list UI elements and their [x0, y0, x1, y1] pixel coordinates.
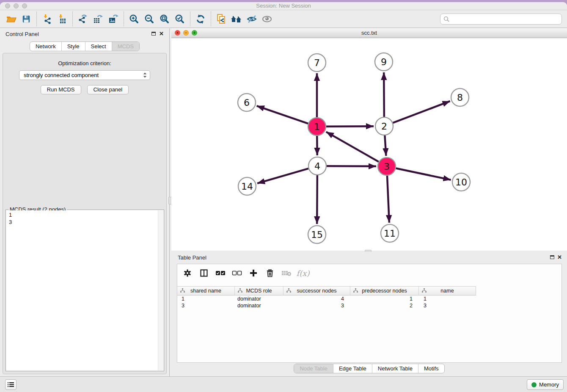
criterion-select[interactable]: strongly connected component — [19, 70, 150, 80]
tab-style[interactable]: Style — [61, 42, 85, 51]
delete-column-icon[interactable] — [265, 268, 275, 278]
table-tab-edge-table[interactable]: Edge Table — [333, 364, 372, 373]
mcds-result-text[interactable]: 13 — [6, 210, 163, 370]
tab-network[interactable]: Network — [30, 42, 61, 51]
graph-node-15[interactable]: 15 — [308, 226, 326, 243]
graph-edge-4-14[interactable] — [257, 168, 308, 183]
control-panel-tabs: NetworkStyleSelectMCDS — [0, 41, 169, 51]
show-column-panel-icon[interactable] — [199, 268, 209, 278]
graph-node-7[interactable]: 7 — [308, 54, 326, 72]
graph-edge-3-1[interactable] — [326, 132, 379, 162]
network-canvas[interactable]: 7968124314101511 — [171, 38, 567, 251]
graph-edge-4-15[interactable] — [317, 175, 317, 224]
mcds-result-scrollbar[interactable] — [158, 210, 163, 370]
graph-edge-3-11[interactable] — [387, 176, 389, 223]
table-row[interactable]: 1dominator411 — [177, 295, 561, 302]
table-cell[interactable]: dominator — [234, 295, 283, 302]
table-cell[interactable]: 1 — [177, 295, 234, 302]
mcds-panel: Optimization criterion: strongly connect… — [3, 53, 167, 374]
graph-edge-3-10[interactable] — [396, 168, 451, 180]
zoom-fit-icon[interactable] — [157, 12, 172, 26]
import-network-icon[interactable] — [39, 12, 55, 26]
show-graphics-details-icon[interactable] — [259, 12, 275, 26]
svg-text:1: 1 — [314, 121, 320, 132]
graph-edge-2-8[interactable] — [393, 101, 450, 123]
show-all-networks-icon[interactable] — [229, 12, 244, 26]
graph-edge-2-9[interactable] — [384, 72, 384, 117]
graph-node-8[interactable]: 8 — [451, 88, 469, 106]
float-panel-icon[interactable] — [151, 32, 156, 36]
network-graph: 7968124314101511 — [171, 38, 567, 251]
svg-text:7: 7 — [314, 58, 320, 68]
export-table-icon[interactable] — [91, 12, 106, 26]
table-panel: Table Panel ✕ — [171, 252, 567, 377]
graph-edge-4-3[interactable] — [327, 166, 376, 166]
table-cell[interactable]: 3 — [177, 302, 234, 309]
table-cell[interactable]: dominator — [234, 302, 283, 309]
graph-node-4[interactable]: 4 — [308, 157, 326, 175]
tab-mcds[interactable]: MCDS — [112, 42, 139, 51]
search-input[interactable] — [451, 14, 561, 25]
close-panel-icon[interactable]: ✕ — [159, 30, 164, 37]
close-panel-button[interactable]: Close panel — [87, 85, 129, 94]
graph-node-3[interactable]: 3 — [378, 157, 396, 175]
save-session-icon[interactable] — [19, 12, 34, 26]
zoom-in-icon[interactable] — [127, 12, 142, 26]
table-tab-motifs[interactable]: Motifs — [418, 364, 444, 373]
task-list-icon — [8, 382, 14, 387]
graph-edge-1-2[interactable] — [326, 126, 374, 127]
column-header-predecessor-nodes[interactable]: predecessor nodes — [350, 287, 418, 295]
graph-node-6[interactable]: 6 — [238, 94, 256, 111]
graph-node-9[interactable]: 9 — [375, 53, 393, 71]
clone-network-icon[interactable] — [214, 12, 229, 26]
table-cell[interactable]: 1 — [418, 295, 476, 302]
deselect-all-rows-icon[interactable] — [232, 268, 242, 278]
memory-button[interactable]: Memory — [527, 379, 564, 390]
zoom-selected-icon[interactable] — [172, 12, 187, 26]
graph-node-2[interactable]: 2 — [375, 117, 393, 135]
column-header-shared-name[interactable]: shared name — [177, 287, 234, 295]
import-table-icon[interactable] — [55, 12, 70, 26]
zoom-out-icon[interactable] — [142, 12, 157, 26]
add-column-icon[interactable] — [248, 268, 259, 278]
table-tab-node-table[interactable]: Node Table — [294, 364, 333, 373]
column-header-name[interactable]: name — [418, 287, 476, 295]
table-panel-title: Table Panel — [178, 254, 206, 261]
refresh-view-icon[interactable] — [193, 12, 208, 26]
graph-node-14[interactable]: 14 — [238, 177, 256, 195]
graph-node-11[interactable]: 11 — [381, 224, 399, 242]
graph-node-10[interactable]: 10 — [452, 173, 470, 191]
toolbar-separator — [124, 11, 124, 26]
graph-edge-1-6[interactable] — [257, 106, 308, 124]
mcds-result-line: 1 — [9, 211, 161, 218]
graph-edge-2-3[interactable] — [385, 135, 386, 156]
table-cell[interactable]: 3 — [283, 302, 350, 309]
task-history-button[interactable] — [5, 379, 17, 390]
table-rows: 1dominator4113dominator323 — [177, 295, 561, 309]
select-all-rows-icon[interactable] — [215, 268, 226, 278]
table-cell[interactable]: 2 — [350, 302, 418, 309]
table-settings-icon[interactable] — [182, 268, 193, 278]
float-panel-icon[interactable] — [550, 255, 554, 259]
export-network-icon[interactable] — [75, 12, 91, 26]
table-tab-network-table[interactable]: Network Table — [372, 364, 418, 373]
run-mcds-button[interactable]: Run MCDS — [41, 85, 81, 94]
tab-select[interactable]: Select — [85, 42, 112, 51]
network-window-titlebar[interactable]: × − + scc.txt — [171, 28, 567, 38]
toolbar-separator — [72, 11, 73, 26]
table-row[interactable]: 3dominator323 — [177, 302, 561, 309]
column-header-successor-nodes[interactable]: successor nodes — [283, 287, 350, 295]
table-cell[interactable]: 1 — [350, 295, 418, 302]
column-header-label: successor nodes — [297, 288, 337, 294]
export-image-icon[interactable] — [106, 12, 121, 26]
column-header-MCDS-role[interactable]: MCDS role — [234, 287, 283, 295]
table-cell[interactable]: 3 — [418, 302, 476, 309]
close-panel-icon[interactable]: ✕ — [557, 254, 562, 261]
table-cell[interactable]: 4 — [283, 295, 350, 302]
hide-panels-icon[interactable] — [244, 12, 259, 26]
status-bar: Memory — [0, 376, 567, 392]
table-tabs: Node TableEdge TableNetwork TableMotifs — [171, 364, 567, 373]
delete-table-icon — [281, 268, 292, 278]
open-session-icon[interactable] — [3, 12, 19, 26]
graph-node-1[interactable]: 1 — [308, 118, 326, 135]
